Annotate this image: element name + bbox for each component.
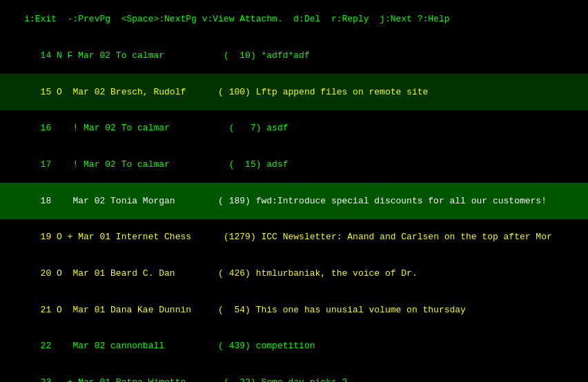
list-item[interactable]: 21 O Mar 01 Dana Kae Dunnin ( 54) This o… (0, 292, 588, 328)
row-id: 19 O + (35, 232, 73, 242)
row-id: 17 (35, 159, 73, 170)
list-item[interactable]: 19 O + Mar 01 Internet Chess (1279) ICC … (0, 219, 588, 256)
list-item[interactable]: 20 O Mar 01 Beard C. Dan ( 426) htmlurba… (0, 255, 588, 292)
row-id: 23 + (35, 377, 73, 382)
row-id: 21 O (35, 305, 73, 315)
list-item[interactable]: 16 ! Mar 02 To calmar ( 7) asdf (0, 110, 588, 147)
row-id: 20 O (35, 268, 73, 279)
row-id: 18 (35, 196, 73, 206)
terminal: i:Exit -:PrevPg <Space>:NextPg v:View At… (0, 0, 588, 382)
list-item[interactable]: 14 N F Mar 02 To calmar ( 10) *adfd*adf (0, 38, 588, 74)
row-id: 22 (35, 341, 73, 351)
row-id: 15 O (35, 87, 73, 97)
list-item[interactable]: 23 + Mar 01 Ratna Wimette ( 22) Some day… (0, 364, 588, 382)
list-item[interactable]: 22 Mar 02 cannonball ( 439) competition (0, 328, 588, 365)
list-item[interactable]: 15 O Mar 02 Bresch, Rudolf ( 100) Lftp a… (0, 74, 588, 110)
list-item[interactable]: 17 ! Mar 02 To calmar ( 15) adsf (0, 147, 588, 183)
list-item-selected[interactable]: 18 Mar 02 Tonia Morgan ( 189) fwd:Introd… (0, 183, 588, 219)
email-list: 14 N F Mar 02 To calmar ( 10) *adfd*adf … (0, 38, 588, 382)
top-bar-text: i:Exit -:PrevPg <Space>:NextPg v:View At… (24, 14, 449, 24)
row-id: 14 N F (35, 50, 78, 61)
row-id: 16 (35, 123, 73, 133)
top-bar: i:Exit -:PrevPg <Space>:NextPg v:View At… (0, 0, 588, 38)
